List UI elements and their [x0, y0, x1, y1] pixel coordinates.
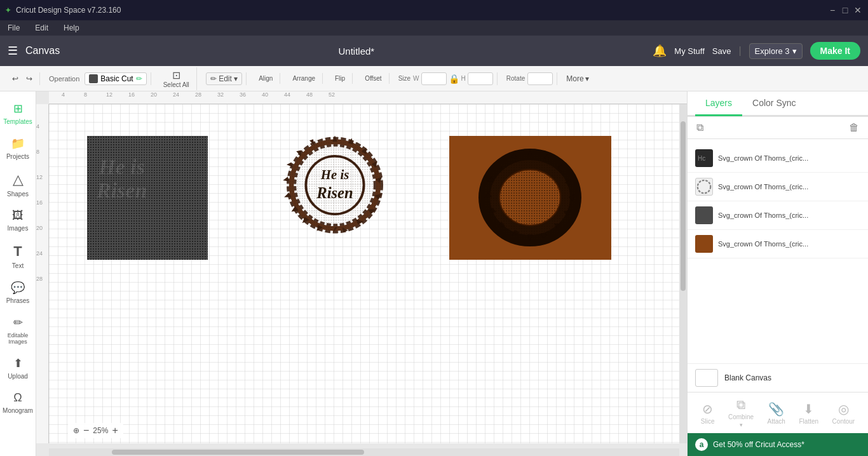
titlebar-controls[interactable]: − □ ✕ — [827, 5, 863, 15]
crown-wreath-svg: He is Risen — [275, 123, 395, 247]
arrange-button[interactable]: Arrange — [289, 73, 318, 84]
canvas-container[interactable]: 4 8 12 16 20 24 28 32 36 40 44 48 52 4 8… — [36, 91, 687, 456]
menu-file[interactable]: File — [5, 22, 22, 34]
header: ☰ Canvas Untitled* 🔔 My Stuff Save | Exp… — [0, 36, 868, 66]
sidebar-item-text[interactable]: T Text — [2, 238, 34, 274]
align-group: Align — [252, 73, 280, 84]
rotate-label: Rotate — [506, 75, 525, 82]
editable-icon: ✏ — [13, 316, 23, 330]
operation-select[interactable]: Basic Cut ✏ — [85, 72, 146, 85]
canvas-grid[interactable]: He isRisen — [49, 104, 679, 443]
slice-action[interactable]: ⊘ Slice — [701, 401, 715, 425]
select-all-button[interactable]: ⊡ Select All — [160, 67, 193, 90]
tab-color-sync[interactable]: Color Sync — [742, 91, 806, 116]
attach-icon: 📎 — [768, 401, 784, 417]
flip-button[interactable]: Flip — [332, 73, 348, 84]
delete-layer-button[interactable]: 🗑 — [848, 121, 860, 135]
tab-layers[interactable]: Layers — [695, 91, 742, 116]
ruler-horizontal: 4 8 12 16 20 24 28 32 36 40 44 48 52 — [49, 91, 687, 104]
undo-button[interactable]: ↩ — [9, 72, 22, 85]
contour-icon: ◎ — [838, 401, 849, 417]
sidebar-item-images[interactable]: 🖼 Images — [2, 204, 34, 237]
more-button[interactable]: More ▾ — [562, 73, 592, 84]
minimize-button[interactable]: − — [827, 5, 837, 15]
sidebar-item-shapes[interactable]: △ Shapes — [2, 166, 34, 203]
promo-bar[interactable]: a Get 50% off Cricut Access* — [688, 433, 868, 456]
svg-point-24 — [287, 137, 383, 234]
close-button[interactable]: ✕ — [853, 5, 863, 15]
ruler-vertical: 4 8 12 16 20 24 28 — [36, 104, 49, 443]
sidebar-item-upload[interactable]: ⬆ Upload — [2, 351, 34, 385]
titlebar-left: ✦ Cricut Design Space v7.23.160 — [5, 6, 121, 15]
layer-item[interactable]: Hc Svg_crown Of Thorns_(cric... — [688, 144, 868, 173]
attach-action[interactable]: 📎 Attach — [768, 401, 785, 425]
lock-icon: 🔒 — [449, 74, 459, 84]
sidebar-item-monogram[interactable]: Ω Monogram — [2, 386, 34, 419]
slice-icon: ⊘ — [702, 401, 713, 417]
layer-item[interactable]: Svg_crown Of Thorns_(cric... — [688, 173, 868, 201]
operation-label: Operation — [49, 75, 79, 83]
h-scroll-thumb[interactable] — [112, 450, 364, 455]
sidebar-item-templates[interactable]: ⊞ Templates — [2, 97, 34, 130]
w-label: W — [413, 75, 419, 82]
hamburger-menu[interactable]: ☰ — [8, 44, 18, 58]
combine-action[interactable]: ⧉ Combine ▾ — [728, 398, 754, 428]
horizontal-scrollbar[interactable] — [49, 448, 679, 456]
rotate-input[interactable] — [527, 72, 553, 85]
dark-square-element[interactable]: He isRisen — [87, 136, 208, 260]
h-label: H — [461, 75, 466, 82]
brown-square-svg — [449, 136, 611, 260]
notification-bell-icon[interactable]: 🔔 — [653, 44, 667, 58]
zoom-controls: ⊕ − 25% + — [68, 423, 123, 438]
layer-name-3: Svg_crown Of Thorns_(cric... — [718, 211, 808, 219]
sidebar-item-editable[interactable]: ✏ Editable Images — [2, 311, 34, 350]
crown-wreath-element[interactable]: He is Risen — [275, 123, 395, 247]
layer-item[interactable]: Svg_crown Of Thorns_(cric... — [688, 230, 868, 258]
save-button[interactable]: Save — [712, 46, 731, 56]
undo-redo-group: ↩ ↪ — [5, 72, 40, 85]
separator: | — [738, 45, 741, 57]
maximize-button[interactable]: □ — [840, 5, 850, 15]
vertical-scrollbar[interactable] — [679, 104, 687, 443]
combine-chevron-icon: ▾ — [740, 422, 743, 428]
layer-item[interactable]: Svg_crown Of Thorns_(cric... — [688, 201, 868, 230]
offset-button[interactable]: Offset — [362, 73, 385, 84]
v-scroll-thumb[interactable] — [681, 121, 686, 291]
size-label: Size — [398, 75, 410, 82]
sidebar-item-projects[interactable]: 📁 Projects — [2, 131, 34, 165]
layer-thumb-2 — [695, 178, 713, 196]
promo-text: Get 50% off Cricut Access* — [713, 440, 804, 449]
edit-button[interactable]: ✏ Edit ▾ — [206, 72, 242, 85]
offset-label: Offset — [365, 75, 382, 82]
flatten-action[interactable]: ⬇ Flatten — [799, 401, 818, 425]
height-input[interactable] — [468, 72, 493, 85]
combine-label: Combine — [728, 413, 754, 420]
operation-color-swatch — [89, 74, 98, 83]
contour-action[interactable]: ◎ Contour — [832, 401, 855, 425]
zoom-in-button[interactable]: + — [112, 425, 118, 436]
menu-help[interactable]: Help — [61, 22, 82, 34]
menubar: File Edit Help — [0, 20, 868, 36]
align-button[interactable]: Align — [255, 73, 276, 84]
redo-button[interactable]: ↪ — [23, 72, 36, 85]
width-input[interactable] — [421, 72, 447, 85]
svg-point-48 — [698, 180, 710, 193]
templates-label: Templates — [3, 118, 32, 125]
templates-icon: ⊞ — [13, 102, 23, 116]
zoom-out-button[interactable]: − — [83, 425, 89, 436]
sidebar-item-phrases[interactable]: 💬 Phrases — [2, 276, 34, 309]
brown-square-element[interactable] — [449, 136, 611, 260]
menu-edit[interactable]: Edit — [32, 22, 51, 34]
duplicate-layer-button[interactable]: ⧉ — [695, 121, 705, 135]
blank-canvas-row[interactable]: Blank Canvas — [688, 363, 868, 392]
contour-label: Contour — [832, 418, 855, 425]
machine-select[interactable]: Explore 3 ▾ — [749, 43, 803, 59]
canvas-label: Canvas — [25, 45, 60, 57]
slice-label: Slice — [701, 418, 715, 425]
make-it-button[interactable]: Make It — [810, 42, 860, 60]
edit-group: ✏ Edit ▾ — [202, 72, 247, 85]
layer-name-1: Svg_crown Of Thorns_(cric... — [718, 154, 808, 162]
mystuff-button[interactable]: My Stuff — [674, 46, 704, 56]
layer-thumb-3 — [695, 206, 713, 224]
blank-canvas-thumb — [695, 369, 718, 387]
